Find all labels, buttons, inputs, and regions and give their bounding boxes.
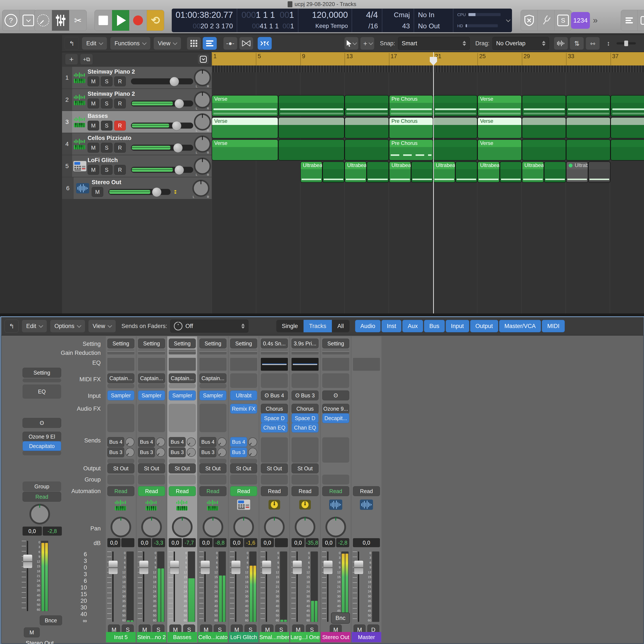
midi-region[interactable]: [611, 139, 644, 161]
group-slot[interactable]: [107, 475, 134, 485]
peak-db-value[interactable]: -3,3: [152, 538, 165, 547]
vertical-zoom-button[interactable]: ⇅: [570, 37, 584, 50]
automation-mode-button[interactable]: Read: [292, 486, 319, 496]
midi-region[interactable]: [588, 161, 610, 183]
mixer-button[interactable]: [52, 10, 69, 31]
send-bus-button[interactable]: Bus 4: [199, 437, 216, 447]
track-header[interactable]: 5LoFi GlitchMSRLR: [62, 155, 212, 177]
scope-single[interactable]: Single: [276, 320, 304, 332]
lcd-signature[interactable]: 4/4 /16: [352, 9, 382, 32]
midi-region[interactable]: Pre Chorus: [389, 95, 433, 116]
catch-mode-button[interactable]: [258, 37, 272, 50]
secondary-tool-button[interactable]: ＋: [360, 37, 374, 50]
media-browser-button[interactable]: [638, 10, 644, 31]
send-level-knob[interactable]: [125, 437, 134, 447]
eq-thumbnail[interactable]: [199, 358, 226, 371]
filter-input[interactable]: Input: [446, 320, 469, 332]
automation-mode-button[interactable]: Read: [138, 486, 165, 496]
send-empty-slot[interactable]: [261, 437, 288, 463]
send-bus-button[interactable]: Bus 3: [199, 447, 216, 457]
mixer-back-button[interactable]: ↰: [5, 320, 19, 333]
record-button[interactable]: [129, 10, 147, 31]
solo-button[interactable]: S: [101, 165, 112, 175]
lcd-display[interactable]: 01:00:38:20.77 0020 2 3 170 0001 1 1 001…: [172, 9, 512, 32]
send-level-knob[interactable]: [217, 448, 226, 457]
eq-thumbnail[interactable]: [261, 358, 288, 371]
send-empty-slot[interactable]: [169, 459, 196, 463]
channel-name-plate[interactable]: Basses: [167, 632, 197, 642]
sends-on-faders-dropdown[interactable]: Off: [170, 320, 248, 333]
filter-mastervca[interactable]: Master/VCA: [499, 320, 541, 332]
channel-setting-button[interactable]: Setting: [322, 339, 349, 348]
send-bus-button[interactable]: Bus 4: [169, 437, 186, 447]
channel-name-plate[interactable]: Stein...no 2: [137, 632, 166, 642]
output-slot[interactable]: St Out: [199, 463, 226, 473]
volume-slider[interactable]: [108, 189, 171, 195]
send-level-knob[interactable]: [217, 437, 226, 447]
midi-region[interactable]: Pre Chorus: [389, 139, 433, 161]
midi-region[interactable]: [433, 117, 477, 138]
midi-region[interactable]: Ultrabeat: [566, 161, 588, 183]
audio-fx-slot[interactable]: Chan EQ: [292, 423, 319, 433]
send-level-knob[interactable]: [248, 448, 257, 457]
midi-region[interactable]: [433, 95, 477, 116]
midi-fx-slot[interactable]: Captain...: [138, 373, 165, 383]
send-level-knob[interactable]: [187, 437, 196, 447]
pan-knob[interactable]: [141, 517, 162, 537]
mute-button[interactable]: M: [88, 76, 99, 86]
send-bus-button[interactable]: Bus 4: [138, 437, 155, 447]
channel-setting-button[interactable]: Setting: [230, 339, 257, 348]
volume-db-value[interactable]: 0,0: [169, 538, 182, 547]
channel-setting-button[interactable]: Setting: [107, 339, 134, 348]
grid-view-button[interactable]: [187, 37, 201, 50]
channel-name-plate[interactable]: Stereo Out: [321, 632, 351, 642]
filter-bus[interactable]: Bus: [424, 320, 445, 332]
peak-db-value[interactable]: -8,8: [213, 538, 226, 547]
volume-db-value[interactable]: 0,0: [107, 538, 120, 547]
pan-knob[interactable]: [172, 517, 193, 537]
send-bus-button[interactable]: Bus 4: [107, 437, 124, 447]
midi-region[interactable]: Verse: [212, 139, 278, 161]
snap-dropdown[interactable]: Smart: [398, 37, 470, 50]
smart-controls-button[interactable]: [35, 10, 52, 31]
horizontal-zoom-button[interactable]: ⇿: [586, 37, 600, 50]
eq-thumbnail[interactable]: [292, 358, 319, 371]
channel-setting-button[interactable]: Setting: [169, 339, 196, 348]
midi-region[interactable]: [322, 161, 345, 183]
record-arm-button[interactable]: R: [114, 121, 126, 131]
channel-strip[interactable]: SettingʘOzone 9...Decapit...Read0,0-2,80…: [321, 336, 351, 642]
pan-knob[interactable]: [325, 517, 346, 537]
solo-mode-button[interactable]: S: [555, 10, 571, 31]
midi-region[interactable]: [566, 95, 610, 116]
mixer-edit-menu[interactable]: Edit: [22, 320, 47, 333]
audio-fx-slot[interactable]: Decapit...: [322, 413, 349, 423]
midi-region[interactable]: [278, 95, 345, 116]
track-header[interactable]: 1Steinway Piano 2MSRLR: [62, 67, 212, 88]
midi-region[interactable]: Verse: [212, 117, 278, 138]
track-view-button[interactable]: [203, 37, 217, 50]
send-level-knob[interactable]: [187, 448, 196, 457]
pan-knob[interactable]: [194, 158, 211, 175]
volume-db-value[interactable]: 0,0: [230, 538, 243, 547]
group-slot[interactable]: [230, 475, 257, 485]
channel-strip[interactable]: 0.4s Sn...ʘ Bus 4ChorusSpace DChan EQSt …: [259, 336, 289, 642]
zoom-slider-vertical[interactable]: ↕: [601, 37, 615, 50]
midi-fx-empty-slot[interactable]: [169, 384, 196, 388]
volume-knob[interactable]: [152, 187, 161, 197]
channel-setting-button[interactable]: Setting: [138, 339, 165, 348]
midi-fx-empty-slot[interactable]: [138, 384, 165, 388]
editors-button[interactable]: ✂: [69, 10, 87, 31]
midi-region[interactable]: Ultrabeat: [389, 161, 411, 183]
send-bus-button[interactable]: Bus 3: [169, 447, 186, 457]
bar-ruler[interactable]: 15913172125293337: [212, 52, 644, 65]
automation-mode-button[interactable]: Read: [199, 486, 226, 496]
midi-region[interactable]: Ultrabeat: [433, 161, 455, 183]
stop-button[interactable]: [95, 10, 112, 31]
peak-db-value[interactable]: -1,6: [244, 538, 257, 547]
input-slot[interactable]: Ultrabt: [230, 390, 257, 400]
send-bus-button[interactable]: Bus 3: [107, 447, 124, 457]
solo-button[interactable]: S: [101, 143, 112, 153]
mute-button[interactable]: M: [88, 99, 99, 108]
midi-region[interactable]: [522, 95, 566, 116]
fader-cap[interactable]: [139, 560, 149, 574]
